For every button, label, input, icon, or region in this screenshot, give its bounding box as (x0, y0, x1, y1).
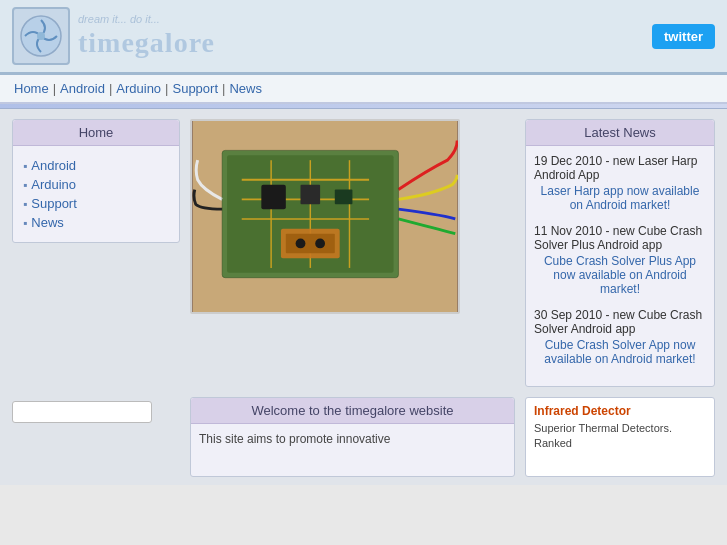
nav-news[interactable]: News (229, 81, 262, 96)
news-date-1: 19 Dec 2010 - new Laser Harp Android App (534, 154, 706, 182)
welcome-text: This site aims to promote innovative (191, 424, 514, 454)
sidebar-link-arduino[interactable]: Arduino (31, 177, 76, 192)
nav-home[interactable]: Home (14, 81, 49, 96)
ad-text: Superior Thermal Detectors. Ranked (534, 421, 706, 452)
news-item-3: 30 Sep 2010 - new Cube Crash Solver Andr… (534, 308, 706, 366)
sidebar-box: Home Android Arduino Support News (12, 119, 180, 243)
welcome-title: Welcome to the timegalore website (191, 398, 514, 424)
sidebar-item-news[interactable]: News (23, 215, 169, 230)
logo-tagline: dream it... do it... (78, 13, 215, 25)
ad-box: Infrared Detector Superior Thermal Detec… (525, 397, 715, 477)
news-date-2: 11 Nov 2010 - new Cube Crash Solver Plus… (534, 224, 706, 252)
search-input-area[interactable] (12, 401, 152, 423)
center-image-area (190, 119, 515, 387)
logo-area: dream it... do it... timegalore (12, 7, 215, 65)
logo-icon (12, 7, 70, 65)
svg-rect-13 (301, 185, 321, 205)
svg-rect-16 (286, 234, 335, 254)
bottom-content: Welcome to the timegalore website This s… (0, 397, 727, 485)
hero-image (190, 119, 460, 314)
nav-sep-3: | (165, 81, 168, 96)
news-panel-title: Latest News (526, 120, 714, 146)
sidebar-link-support[interactable]: Support (31, 196, 77, 211)
sidebar-link-news[interactable]: News (31, 215, 64, 230)
nav-sep-2: | (109, 81, 112, 96)
logo-text-area: dream it... do it... timegalore (78, 13, 215, 59)
sidebar-title: Home (13, 120, 179, 146)
news-item-2: 11 Nov 2010 - new Cube Crash Solver Plus… (534, 224, 706, 296)
sidebar-link-android[interactable]: Android (31, 158, 76, 173)
svg-point-17 (296, 239, 306, 249)
news-link-2[interactable]: Cube Crash Solver Plus App now available… (534, 254, 706, 296)
nav-support[interactable]: Support (172, 81, 218, 96)
twitter-button[interactable]: twitter (652, 24, 715, 49)
sidebar: Home Android Arduino Support News (12, 119, 180, 387)
ad-title: Infrared Detector (534, 404, 706, 418)
sidebar-links: Android Arduino Support News (13, 146, 179, 242)
sidebar-item-support[interactable]: Support (23, 196, 169, 211)
news-date-3: 30 Sep 2010 - new Cube Crash Solver Andr… (534, 308, 706, 336)
news-link-3[interactable]: Cube Crash Solver App now available on A… (534, 338, 706, 366)
nav-arduino[interactable]: Arduino (116, 81, 161, 96)
svg-point-1 (37, 32, 45, 40)
news-link-1[interactable]: Laser Harp app now available on Android … (534, 184, 706, 212)
svg-rect-12 (261, 185, 285, 209)
navbar: Home|Android|Arduino|Support|News (0, 75, 727, 104)
nav-android[interactable]: Android (60, 81, 105, 96)
page-header: dream it... do it... timegalore twitter (0, 0, 727, 75)
nav-sep-1: | (53, 81, 56, 96)
sidebar-bottom-spacer (12, 397, 180, 477)
news-panel: Latest News 19 Dec 2010 - new Laser Harp… (525, 119, 715, 387)
main-content: Home Android Arduino Support News (0, 109, 727, 397)
news-box: Latest News 19 Dec 2010 - new Laser Harp… (525, 119, 715, 387)
svg-point-18 (315, 239, 325, 249)
logo-name: timegalore (78, 27, 215, 59)
news-items: 19 Dec 2010 - new Laser Harp Android App… (526, 146, 714, 386)
nav-sep-4: | (222, 81, 225, 96)
news-item-1: 19 Dec 2010 - new Laser Harp Android App… (534, 154, 706, 212)
sidebar-item-arduino[interactable]: Arduino (23, 177, 169, 192)
sidebar-item-android[interactable]: Android (23, 158, 169, 173)
welcome-box: Welcome to the timegalore website This s… (190, 397, 515, 477)
svg-rect-14 (335, 190, 353, 205)
